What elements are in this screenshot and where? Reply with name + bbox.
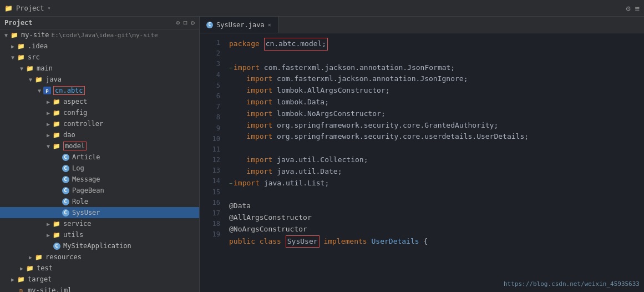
tree-item-target[interactable]: 📁 target (0, 274, 199, 285)
folder-icon-src: 📁 (17, 53, 26, 62)
label-src: src (28, 53, 40, 61)
arrow-controller (44, 121, 52, 127)
label-config: config (63, 109, 87, 117)
title-bar-dropdown-icon[interactable]: ▾ (48, 5, 51, 11)
tree-item-resources[interactable]: 📁 resources (0, 251, 199, 263)
settings-icon[interactable]: ⚙ (626, 4, 630, 13)
title-bar-icons: ⚙ ≡ (626, 4, 640, 13)
sidebar-title: Project (4, 19, 33, 27)
sidebar-header-icons: ⊕ ⊟ ⚙ (176, 19, 195, 27)
code-line-2 (229, 51, 644, 62)
label-mysiteapp: MySiteApplication (63, 242, 131, 250)
arrow-my-site (2, 32, 10, 38)
label-idea: .idea (28, 42, 48, 50)
code-line-19 (229, 248, 644, 259)
arrow-src (9, 54, 17, 61)
tree-item-controller[interactable]: 📁 controller (0, 118, 199, 129)
tree-item-utils[interactable]: 📁 utils (0, 229, 199, 240)
arrow-config (44, 110, 52, 116)
tree-item-test[interactable]: 📁 test (0, 263, 199, 274)
tree-item-mysiteapp[interactable]: C MySiteApplication (0, 240, 199, 251)
tree-item-java[interactable]: 📁 java (0, 74, 199, 85)
tree-item-idea[interactable]: 📁 .idea (0, 41, 199, 52)
folder-icon-resources: 📁 (34, 253, 43, 261)
class-icon-article: C (61, 153, 70, 162)
tree-item-article[interactable]: C Article (0, 152, 199, 163)
label-test: test (37, 264, 53, 272)
arrow-idea (9, 43, 17, 49)
arrow-resources (27, 254, 34, 260)
code-line-13: −import java.util.List; (229, 178, 644, 189)
sidebar-icon2[interactable]: ⊟ (184, 19, 187, 27)
folder-icon-service: 📁 (52, 219, 61, 228)
folder-icon-controller: 📁 (52, 119, 61, 128)
code-line-1: package cn.abtc.model; (229, 38, 644, 51)
folder-icon-dao: 📁 (52, 130, 61, 139)
label-pagebean: PageBean (72, 187, 104, 194)
tab-close-button[interactable]: ✕ (268, 22, 271, 28)
class-name-sysuser: SysUser (286, 235, 320, 248)
tree-item-log[interactable]: C Log (0, 163, 199, 174)
folder-icon-cn-abtc: p (43, 87, 51, 94)
code-line-11: import java.util.Collection; (229, 154, 644, 166)
class-icon-log: C (61, 164, 70, 173)
code-line-8: import org.springframework.security.core… (229, 120, 644, 132)
line-numbers: 1 2 3 4 5 6 7 8 9 10 11 12 13 14 15 16 1… (200, 33, 225, 292)
code-area[interactable]: package cn.abtc.model; −import com.faste… (225, 33, 644, 292)
sidebar: Project ⊕ ⊟ ⚙ 📁 my-site E:\code\Java\ide… (0, 17, 200, 292)
editor-tabs: C SysUser.java ✕ (200, 17, 644, 33)
code-line-12: import java.util.Date; (229, 166, 644, 178)
folder-icon-my-site: 📁 (10, 31, 19, 39)
title-bar-left: 📁 Project ▾ (4, 4, 51, 12)
package-declaration: cn.abtc.model; (264, 38, 328, 51)
code-line-17: @NoArgsConstructor (229, 224, 644, 235)
title-bar-project-label: Project (16, 4, 44, 12)
tree-item-iml[interactable]: m my-site.iml (0, 285, 199, 292)
class-icon-role: C (61, 197, 70, 206)
tab-sysuser[interactable]: C SysUser.java ✕ (200, 17, 278, 33)
sidebar-icon3[interactable]: ⚙ (191, 19, 195, 27)
arrow-test (18, 265, 26, 271)
tree-item-my-site[interactable]: 📁 my-site E:\code\Java\idea-git\my-site (0, 29, 199, 41)
code-line-15: @Data (229, 200, 644, 212)
main-layout: Project ⊕ ⊟ ⚙ 📁 my-site E:\code\Java\ide… (0, 17, 644, 292)
folder-icon-java: 📁 (34, 75, 43, 84)
folder-icon-utils: 📁 (52, 230, 61, 239)
code-line-4: import com.fasterxml.jackson.annotation.… (229, 73, 644, 85)
tree-item-src[interactable]: 📁 src (0, 52, 199, 63)
tree-item-model[interactable]: 📁 model (0, 140, 199, 152)
folder-icon-target: 📁 (17, 275, 26, 284)
class-icon-pagebean: C (61, 186, 70, 195)
code-line-16: @AllArgsConstructor (229, 212, 644, 224)
tree-item-aspect[interactable]: 📁 aspect (0, 96, 199, 107)
path-my-site: E:\code\Java\idea-git\my-site (52, 32, 158, 39)
arrow-aspect (44, 99, 52, 105)
label-java: java (45, 75, 62, 83)
arrow-target (9, 276, 17, 283)
code-line-7: import lombok.NoArgsConstructor; (229, 108, 644, 120)
arrow-utils (44, 232, 52, 238)
code-line-3: −import com.fasterxml.jackson.annotation… (229, 62, 644, 74)
tree-item-pagebean[interactable]: C PageBean (0, 185, 199, 196)
fold-icon-3: − (229, 64, 232, 73)
watermark: https://blog.csdn.net/weixin_45935633 (504, 280, 640, 288)
iml-icon: m (17, 286, 26, 292)
tree-item-message[interactable]: C Message (0, 174, 199, 185)
label-main: main (37, 64, 53, 72)
tree-item-service[interactable]: 📁 service (0, 218, 199, 229)
sidebar-header: Project ⊕ ⊟ ⚙ (0, 17, 199, 29)
tree-item-sysuser[interactable]: C SysUser (0, 207, 199, 218)
tree-item-role[interactable]: C Role (0, 196, 199, 207)
sidebar-icon1[interactable]: ⊕ (176, 19, 180, 27)
tree-item-main[interactable]: 📁 main (0, 63, 199, 74)
title-bar: 📁 Project ▾ ⚙ ≡ (0, 0, 644, 17)
tree-item-config[interactable]: 📁 config (0, 107, 199, 118)
label-target: target (28, 275, 52, 283)
tree-item-dao[interactable]: 📁 dao (0, 129, 199, 140)
tree-item-cn-abtc[interactable]: p cn.abtc (0, 85, 199, 96)
project-icon: 📁 (4, 4, 13, 12)
label-service: service (63, 220, 92, 228)
label-resources: resources (45, 253, 82, 261)
layout-icon[interactable]: ≡ (635, 4, 640, 13)
editor-content: 1 2 3 4 5 6 7 8 9 10 11 12 13 14 15 16 1… (200, 33, 644, 292)
